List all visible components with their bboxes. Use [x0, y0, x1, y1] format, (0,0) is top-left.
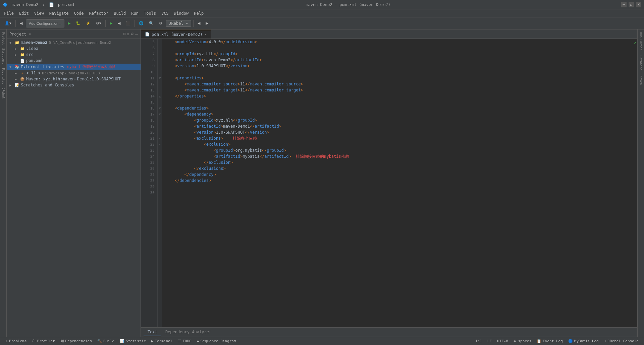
gutter-29: [158, 184, 162, 190]
code-line-27: </dependency>: [165, 171, 633, 178]
gutter-25: [158, 159, 162, 165]
status-jrebel-console[interactable]: ⚡ JRebel Console: [601, 337, 641, 345]
status-charset[interactable]: UTF-8: [494, 337, 511, 345]
file-indicator: 📄: [49, 2, 54, 7]
status-sequence-diagram[interactable]: ◆ Sequence Diagram: [194, 337, 239, 345]
menu-refactor[interactable]: Refactor: [86, 10, 111, 16]
translate-button[interactable]: 🌐: [137, 19, 146, 27]
debug-button[interactable]: 🐛: [74, 19, 83, 27]
add-configuration-button[interactable]: Add Configuration...: [26, 19, 64, 27]
jdk-icon: ☕: [20, 71, 25, 75]
tree-jdk-item[interactable]: ▶ ☕ < 11 > D:\develop\Java\jdk-11.0.8: [12, 70, 141, 76]
fold-btn-21[interactable]: ▽: [158, 135, 162, 141]
code-line-14: </properties>: [165, 93, 633, 99]
tab-close-button[interactable]: ✕: [205, 32, 207, 36]
minimize-button[interactable]: ─: [621, 2, 627, 7]
line-numbers: 5 6 7 8 9 10 11 12 13 14 15 16 17 18 19 …: [141, 39, 158, 327]
menu-build[interactable]: Build: [111, 10, 128, 16]
gutter-15: [158, 99, 162, 105]
status-indent[interactable]: 4 spaces: [511, 337, 534, 345]
code-content[interactable]: <modelVersion>4.0.0</modelVersion> <grou…: [162, 39, 633, 327]
status-build[interactable]: 🔨 Build: [95, 337, 117, 345]
maven-icon[interactable]: Maven: [639, 74, 643, 86]
toolbar-btn-extra1[interactable]: ◀: [196, 19, 202, 27]
menu-help[interactable]: Help: [191, 10, 206, 16]
status-statistic[interactable]: 📊 Statistic: [117, 337, 149, 345]
toolbar-btn-extra2[interactable]: ▶: [204, 19, 210, 27]
menu-vcs[interactable]: VCS: [159, 10, 171, 16]
tree-idea-item[interactable]: ▶ 📁 .idea: [12, 46, 141, 52]
fold-btn-11[interactable]: ▽: [158, 75, 162, 81]
panel-expand-button[interactable]: ≡: [127, 32, 129, 36]
scroll-gutter: ✓: [633, 39, 637, 327]
project-sidebar-icon[interactable]: Project: [2, 31, 5, 46]
menu-bar: File Edit View Navigate Code Refactor Bu…: [0, 9, 644, 17]
fold-btn-14[interactable]: △: [158, 93, 162, 99]
menu-run[interactable]: Run: [128, 10, 141, 16]
back-button[interactable]: ◀: [18, 19, 24, 27]
status-event-log[interactable]: 📋 Event Log: [534, 337, 566, 345]
title-bar-right: ─ □ ✕: [621, 2, 641, 7]
line-num-22: 22: [141, 141, 157, 147]
pom-arrow-icon: ▶: [15, 59, 19, 63]
jrebel-dropdown[interactable]: JRebel ▾: [166, 20, 191, 27]
run2-button[interactable]: ▶: [108, 19, 114, 27]
vcs-button[interactable]: 👤▾: [3, 19, 13, 27]
panel-close-button[interactable]: ─: [135, 32, 138, 36]
editor-tab-pom[interactable]: 📄 pom.xml (maven-Demo2) ✕: [141, 30, 211, 39]
fold-btn-22[interactable]: ▽: [158, 141, 162, 147]
tree-root-item[interactable]: ▼ 📁 maven-Demo2 D:\A_IdeaProject\maven-D…: [7, 40, 141, 46]
run-parser-icon[interactable]: Run Parser: [639, 31, 643, 52]
maximize-button[interactable]: □: [629, 2, 634, 7]
fold-btn-16[interactable]: ▽: [158, 105, 162, 111]
status-dependencies[interactable]: ⛓ Dependencies: [58, 337, 95, 345]
panel-gear-button[interactable]: ⚙: [130, 32, 134, 36]
status-problems[interactable]: ⚠ Problems: [3, 337, 30, 345]
tab-dependency-analyzer[interactable]: Dependency Analyzer: [161, 328, 215, 336]
editor-bottom-tabs: Text Dependency Analyzer: [141, 328, 637, 337]
search-button[interactable]: 🔍: [147, 19, 156, 27]
tree-pom-item[interactable]: ▶ 📄 pom.xml: [12, 58, 141, 64]
run-button[interactable]: ▶: [66, 19, 72, 27]
run-with-button[interactable]: ⚙▾: [94, 19, 103, 27]
status-position[interactable]: 1:1: [473, 337, 485, 345]
dependencies-icon: ⛓: [60, 339, 64, 343]
code-line-9: <version>1.0-SNAPSHOT</version>: [165, 63, 633, 69]
tree-external-item[interactable]: ▼ 📚 External Libraries mybatis依赖已经被成功排除: [7, 64, 141, 70]
status-mybatis-log[interactable]: 🔵 MyBatis Log: [566, 337, 601, 345]
status-todo[interactable]: ☰ TODO: [175, 337, 194, 345]
toolbar-separator-2: [105, 20, 106, 27]
menu-tools[interactable]: Tools: [141, 10, 159, 16]
tree-scratches-item[interactable]: ▶ 📝 Scratches and Consoles: [7, 82, 141, 88]
coverage-button[interactable]: ⚡: [84, 19, 93, 27]
menu-code[interactable]: Code: [71, 10, 87, 16]
database-icon[interactable]: Database: [639, 54, 643, 71]
line-num-15: 15: [141, 99, 157, 105]
tree-maven-dep-item[interactable]: ▶ 📦 Maven: xyz.hlh:maven-Demo1:1.0-SNAPS…: [12, 76, 141, 82]
code-editor: 5 6 7 8 9 10 11 12 13 14 15 16 17 18 19 …: [141, 39, 637, 327]
tree-src-item[interactable]: ▶ 📁 src: [12, 52, 141, 58]
stop-button[interactable]: ◀: [116, 19, 122, 27]
jrebel-sidebar-icon[interactable]: JRebel: [2, 86, 5, 100]
fold-btn-17[interactable]: ▽: [158, 111, 162, 117]
build-button[interactable]: ⬛: [124, 19, 132, 27]
structure-sidebar-icon[interactable]: Structure: [2, 47, 5, 66]
mybatis-log-label: MyBatis Log: [574, 339, 599, 343]
menu-window[interactable]: Window: [171, 10, 191, 16]
line-num-7: 7: [141, 51, 157, 57]
todo-label: TODO: [182, 339, 192, 343]
panel-actions: ⊕ ≡ ⚙ ─: [123, 32, 138, 36]
settings-button[interactable]: ⚙: [157, 19, 164, 27]
status-encoding[interactable]: LF: [485, 337, 494, 345]
menu-navigate[interactable]: Navigate: [47, 10, 71, 16]
menu-view[interactable]: View: [32, 10, 47, 16]
menu-file[interactable]: File: [1, 10, 16, 16]
favorites-sidebar-icon[interactable]: Favorites: [2, 67, 5, 86]
status-terminal[interactable]: ▶ Terminal: [149, 337, 175, 345]
panel-add-button[interactable]: ⊕: [123, 32, 126, 36]
jdk-path: D:\develop\Java\jdk-11.0.8: [42, 71, 100, 75]
menu-edit[interactable]: Edit: [16, 10, 32, 16]
tab-text[interactable]: Text: [144, 328, 161, 336]
status-profiler[interactable]: ⏱ Profiler: [30, 337, 58, 345]
close-button[interactable]: ✕: [636, 2, 641, 7]
